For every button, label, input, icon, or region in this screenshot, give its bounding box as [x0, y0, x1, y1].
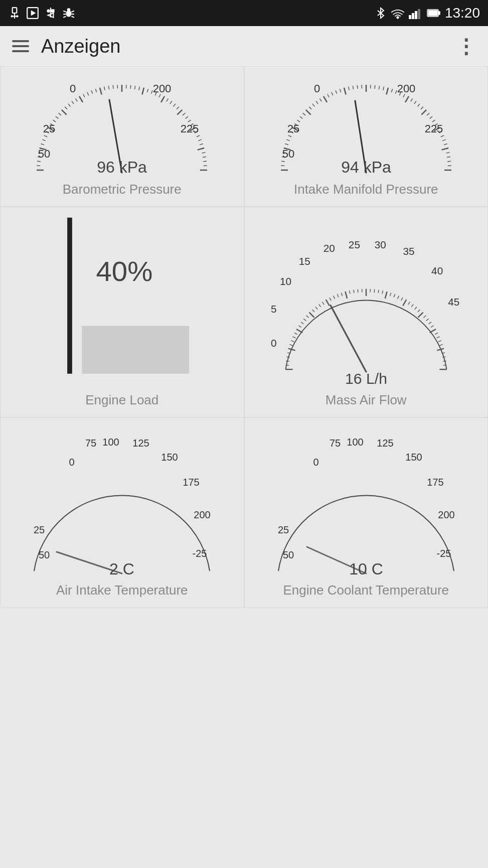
svg-text:200: 200: [397, 82, 415, 95]
svg-text:0: 0: [70, 82, 76, 95]
svg-line-60: [142, 88, 144, 95]
svg-text:0: 0: [69, 457, 75, 468]
bug-icon: [62, 7, 75, 20]
more-menu-button[interactable]: ⋮: [456, 35, 476, 58]
svg-line-199: [341, 293, 342, 296]
svg-line-181: [289, 345, 292, 346]
svg-text:150: 150: [405, 452, 422, 463]
engine-load-cell[interactable]: 40% Engine Load: [0, 207, 244, 417]
air-intake-cell[interactable]: 50 25 0 100 125 150 175 200 75 -25 2 C A…: [0, 417, 244, 608]
svg-line-82: [203, 157, 206, 157]
svg-rect-162: [82, 326, 190, 374]
svg-line-65: [161, 96, 165, 102]
svg-text:25: 25: [34, 524, 45, 535]
svg-line-212: [394, 294, 395, 297]
svg-text:100: 100: [347, 437, 363, 448]
svg-text:50: 50: [39, 549, 50, 560]
svg-line-70: [178, 110, 183, 115]
svg-line-71: [183, 113, 185, 115]
svg-line-217: [411, 304, 413, 307]
svg-line-14: [71, 11, 74, 12]
play-icon: [26, 7, 39, 20]
svg-rect-19: [412, 13, 414, 19]
svg-line-51: [104, 87, 105, 90]
svg-line-106: [300, 116, 302, 118]
svg-line-111: [316, 101, 318, 104]
gauge-grid-row1: 50 25 0 200 225 96 kPa Barometric Pressu…: [0, 66, 488, 207]
svg-line-134: [411, 98, 413, 101]
status-icons-right: 13:20: [375, 5, 480, 21]
menu-button[interactable]: [12, 40, 29, 52]
svg-line-207: [374, 290, 375, 293]
svg-line-31: [41, 143, 45, 144]
svg-line-177: [286, 361, 289, 361]
svg-text:45: 45: [448, 296, 459, 308]
svg-line-61: [147, 89, 148, 92]
svg-line-141: [432, 120, 435, 122]
svg-line-40: [62, 110, 67, 115]
svg-line-125: [375, 85, 375, 89]
svg-line-100: [286, 139, 290, 141]
svg-line-227: [436, 337, 439, 338]
svg-text:25: 25: [287, 122, 299, 135]
barometric-pressure-cell[interactable]: 50 25 0 200 225 96 kPa Barometric Pressu…: [0, 66, 244, 207]
svg-line-129: [391, 89, 392, 92]
svg-text:175: 175: [183, 477, 200, 488]
mass-air-flow-label: Mass Air Flow: [326, 392, 407, 408]
signal-icon: [409, 7, 423, 19]
svg-line-233: [443, 361, 446, 361]
svg-line-164: [331, 306, 366, 372]
svg-text:100: 100: [103, 437, 119, 448]
svg-line-16: [71, 17, 74, 18]
svg-line-150: [447, 157, 450, 157]
svg-rect-20: [415, 11, 417, 19]
air-intake-label: Air Intake Temperature: [56, 583, 188, 598]
svg-line-195: [326, 300, 329, 306]
engine-coolant-gauge: 50 25 0 100 125 150 175 200 75 -25 10 C: [266, 423, 466, 578]
header-left: Anzeigen: [12, 36, 120, 57]
svg-point-10: [67, 8, 71, 12]
svg-line-80: [198, 148, 205, 150]
svg-rect-0: [13, 8, 17, 13]
barometric-pressure-gauge: 50 25 0 200 225 96 kPa: [22, 72, 222, 178]
svg-text:30: 30: [375, 239, 386, 250]
svg-line-149: [446, 153, 449, 153]
svg-rect-161: [67, 218, 72, 374]
svg-line-197: [333, 296, 335, 299]
svg-line-232: [442, 357, 446, 357]
svg-line-110: [312, 104, 314, 106]
svg-line-202: [354, 290, 354, 294]
svg-line-133: [405, 96, 409, 102]
svg-line-198: [337, 294, 338, 297]
svg-line-121: [357, 85, 358, 89]
mass-air-flow-cell[interactable]: 25 20 15 10 5 0 30 35 40 45 16 L/h Mass …: [244, 207, 489, 417]
svg-line-140: [429, 116, 432, 118]
svg-line-130: [395, 90, 397, 94]
svg-line-211: [390, 293, 391, 296]
svg-line-194: [322, 302, 324, 305]
svg-line-27: [37, 161, 41, 162]
svg-line-201: [349, 291, 350, 294]
svg-rect-24: [428, 11, 437, 16]
svg-line-52: [109, 86, 109, 89]
svg-line-229: [439, 345, 442, 346]
svg-line-66: [167, 98, 169, 101]
svg-text:225: 225: [424, 122, 443, 135]
svg-line-146: [442, 139, 446, 141]
svg-line-196: [330, 298, 331, 301]
svg-line-226: [435, 333, 438, 334]
barometric-pressure-label: Barometric Pressure: [63, 182, 182, 197]
svg-line-191: [312, 310, 314, 312]
svg-line-57: [130, 85, 131, 89]
svg-text:25: 25: [278, 524, 289, 535]
svg-line-11: [63, 11, 66, 12]
intake-manifold-cell[interactable]: 50 25 0 200 225 94 kPa Intake Manifold P…: [244, 66, 489, 207]
engine-coolant-cell[interactable]: 50 25 0 100 125 150 175 200 75 -25 10 C …: [244, 417, 489, 608]
svg-text:40%: 40%: [96, 255, 153, 287]
svg-rect-21: [418, 9, 420, 19]
svg-line-83: [203, 161, 207, 162]
svg-line-208: [378, 290, 379, 294]
svg-line-99: [285, 143, 288, 144]
svg-point-4: [16, 15, 18, 17]
air-intake-gauge: 50 25 0 100 125 150 175 200 75 -25 2 C: [22, 423, 222, 578]
